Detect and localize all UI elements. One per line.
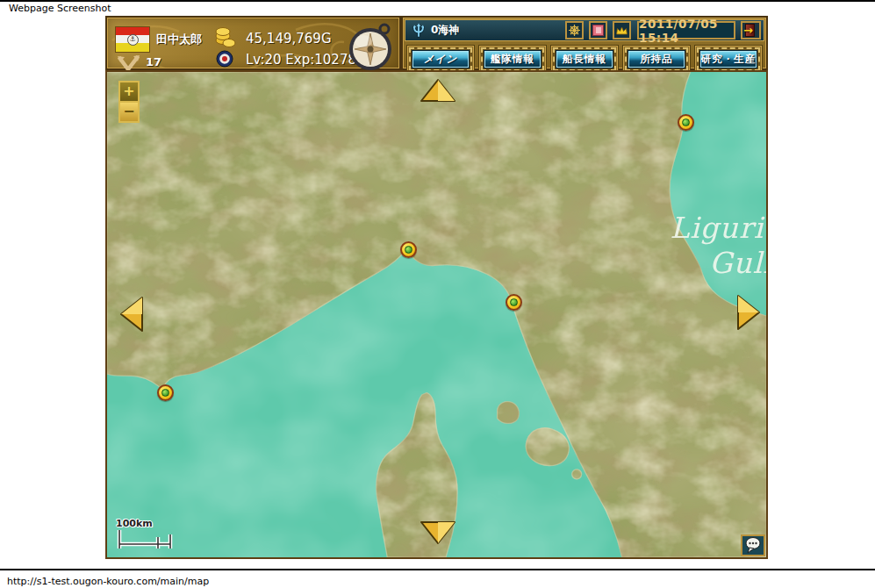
port-marker[interactable] (506, 294, 522, 311)
pocket-watch-icon (344, 19, 395, 72)
deity-label: 0海神 (431, 23, 459, 38)
chat-bubble-icon (744, 536, 762, 555)
nav-button-row: メイン 艦隊情報 船長情報 所持品 研究・生産 (403, 41, 766, 74)
cockade-icon (216, 50, 233, 68)
status-url: http://s1-test.ougon-kouro.com/main/map (7, 576, 209, 587)
port-marker-core (405, 246, 412, 254)
port-marker[interactable] (157, 384, 174, 401)
book-icon (592, 25, 604, 36)
separator-line-top (0, 0, 875, 2)
nav-button-fleet-info[interactable]: 艦隊情報 (484, 50, 541, 68)
port-marker-core (682, 118, 690, 126)
pan-up-arrow[interactable] (419, 77, 457, 104)
map-scale: 100km (116, 518, 174, 556)
sea-label-line2: Gulf o (709, 247, 766, 280)
crown-button[interactable] (613, 21, 631, 39)
book-button[interactable] (589, 21, 607, 39)
coin-stack-icon (214, 25, 237, 49)
separator-line-bottom (0, 569, 875, 570)
scale-label: 100km (116, 518, 174, 529)
player-port-level: 17 (146, 55, 161, 68)
gold-amount: 45,149,769G (246, 31, 332, 47)
scale-ruler (116, 529, 174, 552)
map-terrain: Ligurian Gulf o (107, 72, 766, 557)
chat-button[interactable] (741, 534, 765, 556)
game-header: ⚓ 田中太郎 17 45,149,769G (105, 16, 768, 70)
zoom-out-button[interactable]: − (118, 102, 140, 123)
pan-right-arrow[interactable] (735, 293, 762, 332)
browser-viewport: Webpage Screenshot ⚓ 田中太郎 (0, 0, 875, 588)
port-marker-core (510, 298, 518, 306)
zoom-in-button[interactable]: + (118, 81, 140, 102)
flag-anchor-icon: ⚓ (127, 34, 139, 46)
ship-wheel-button[interactable] (565, 21, 584, 39)
nav-button-research[interactable]: 研究・生産 (699, 50, 757, 68)
game-window: ⚓ 田中太郎 17 45,149,769G (105, 16, 768, 559)
nav-button-inventory[interactable]: 所持品 (628, 50, 685, 68)
status-nav-panel: 0海神 (401, 16, 768, 70)
player-panel: ⚓ 田中太郎 17 45,149,769G (105, 16, 401, 70)
crown-icon (615, 25, 628, 36)
exit-arrow-icon: → (743, 24, 753, 37)
nav-button-main[interactable]: メイン (412, 50, 470, 68)
ship-wheel-icon (569, 25, 580, 36)
exit-button[interactable]: → (741, 21, 761, 39)
port-marker[interactable] (400, 241, 417, 258)
player-flag: ⚓ (115, 26, 150, 53)
map-viewport[interactable]: Ligurian Gulf o + − (105, 70, 768, 559)
screenshot-label: Webpage Screenshot (9, 3, 111, 14)
trident-icon (411, 23, 427, 39)
datetime-display: 2011/07/05 15:14 (637, 21, 735, 39)
pan-down-arrow[interactable] (419, 520, 457, 546)
port-marker-core (161, 389, 169, 397)
status-strip: 0海神 (405, 19, 764, 41)
pan-left-arrow[interactable] (118, 295, 145, 333)
nav-button-captain-info[interactable]: 船長情報 (556, 50, 613, 68)
player-name: 田中太郎 (156, 32, 202, 47)
sea-label-line1: Ligurian (671, 212, 766, 245)
zoom-controls: + − (118, 81, 140, 123)
port-marker[interactable] (678, 114, 694, 131)
deity-status: 0海神 (411, 23, 459, 39)
